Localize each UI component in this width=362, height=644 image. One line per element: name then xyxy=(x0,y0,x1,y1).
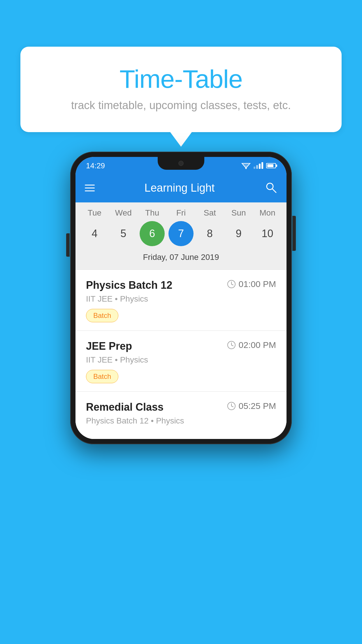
date-10[interactable]: 10 xyxy=(255,221,280,246)
hamburger-line-3 xyxy=(85,190,95,191)
schedule-item-2-header: JEE Prep 02:00 PM xyxy=(86,340,276,352)
hamburger-line-2 xyxy=(85,188,95,188)
svg-line-14 xyxy=(231,406,233,407)
class-name-2: JEE Prep xyxy=(86,340,132,352)
speech-bubble-container: Time-Table track timetable, upcoming cla… xyxy=(20,47,342,132)
hamburger-line-1 xyxy=(85,185,95,186)
calendar-strip: Tue Wed Thu Fri Sat Sun Mon 4 5 6 7 8 9 … xyxy=(75,202,287,270)
status-icons xyxy=(241,162,276,169)
day-tue: Tue xyxy=(82,208,107,218)
day-sat: Sat xyxy=(197,208,222,218)
day-thu: Thu xyxy=(140,208,165,218)
selected-date-label: Friday, 07 June 2019 xyxy=(75,250,287,267)
date-5[interactable]: 5 xyxy=(111,221,136,246)
bubble-subtitle: track timetable, upcoming classes, tests… xyxy=(44,99,318,112)
days-header: Tue Wed Thu Fri Sat Sun Mon xyxy=(75,208,287,218)
class-time-3: 05:25 PM xyxy=(227,401,276,411)
schedule-item-2[interactable]: JEE Prep 02:00 PM IIT JEE • Physics Batc… xyxy=(75,331,287,392)
date-7-selected[interactable]: 7 xyxy=(168,221,194,246)
date-9[interactable]: 9 xyxy=(226,221,251,246)
date-6-today[interactable]: 6 xyxy=(140,221,165,246)
phone-mockup: 14:29 xyxy=(70,152,292,444)
class-meta-1: IIT JEE • Physics xyxy=(86,294,276,304)
clock-icon-3 xyxy=(227,402,236,410)
class-name-3: Remedial Class xyxy=(86,401,164,413)
schedule-item-1-header: Physics Batch 12 01:00 PM xyxy=(86,279,276,291)
dates-row: 4 5 6 7 8 9 10 xyxy=(75,221,287,246)
batch-badge-1: Batch xyxy=(86,309,118,322)
batch-badge-2: Batch xyxy=(86,370,118,383)
notch-camera xyxy=(178,161,184,166)
day-sun: Sun xyxy=(226,208,251,218)
speech-bubble: Time-Table track timetable, upcoming cla… xyxy=(20,47,342,132)
svg-point-3 xyxy=(245,168,247,169)
class-name-1: Physics Batch 12 xyxy=(86,279,172,291)
bubble-title: Time-Table xyxy=(44,64,318,94)
day-fri: Fri xyxy=(168,208,194,218)
phone-outer: 14:29 xyxy=(70,152,292,444)
signal-icon xyxy=(254,162,263,169)
search-icon xyxy=(264,181,277,194)
hamburger-menu-button[interactable] xyxy=(85,185,95,191)
svg-line-11 xyxy=(231,345,233,346)
svg-line-5 xyxy=(272,189,276,192)
class-time-1: 01:00 PM xyxy=(227,279,276,289)
date-8[interactable]: 8 xyxy=(197,221,222,246)
class-meta-3: Physics Batch 12 • Physics xyxy=(86,416,276,426)
search-button[interactable] xyxy=(264,181,277,195)
app-bar: Learning Light xyxy=(75,173,287,202)
svg-line-8 xyxy=(231,284,233,285)
battery-icon xyxy=(266,163,276,168)
day-wed: Wed xyxy=(111,208,136,218)
status-time: 14:29 xyxy=(86,161,105,170)
day-mon: Mon xyxy=(255,208,280,218)
schedule-item-3-header: Remedial Class 05:25 PM xyxy=(86,401,276,413)
clock-icon-2 xyxy=(227,341,236,349)
class-time-2: 02:00 PM xyxy=(227,340,276,350)
app-title: Learning Light xyxy=(102,182,257,194)
schedule-list: Physics Batch 12 01:00 PM IIT JEE • Phys… xyxy=(75,270,287,439)
clock-icon-1 xyxy=(227,280,236,288)
phone-notch xyxy=(158,157,204,170)
schedule-item-1[interactable]: Physics Batch 12 01:00 PM IIT JEE • Phys… xyxy=(75,270,287,331)
class-meta-2: IIT JEE • Physics xyxy=(86,355,276,365)
schedule-item-3[interactable]: Remedial Class 05:25 PM Physics Batch 12… xyxy=(75,392,287,439)
date-4[interactable]: 4 xyxy=(82,221,107,246)
phone-screen: 14:29 xyxy=(75,157,287,439)
wifi-icon xyxy=(241,162,251,169)
